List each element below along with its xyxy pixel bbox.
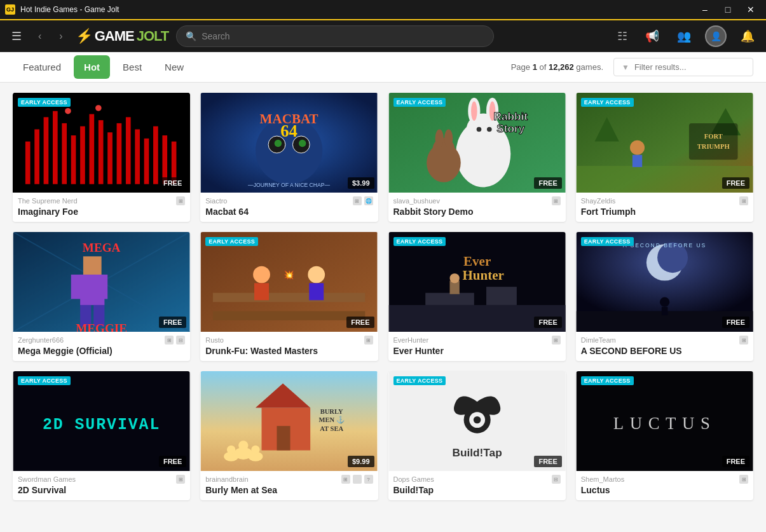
megaphone-icon-button[interactable]: 📢 bbox=[641, 25, 663, 47]
svg-rect-13 bbox=[117, 123, 122, 184]
game-info-rabbit: slava_bushuev ⊞ Rabbit Story Demo bbox=[388, 193, 566, 222]
forward-button[interactable]: › bbox=[54, 27, 67, 46]
game-card-drunk-fu[interactable]: 💥 Early Access FREE Rusto ⊞ Drunk-Fu: Wa… bbox=[200, 232, 378, 361]
game-card-ever-hunter[interactable]: Ever Hunter Early Access FREE EverHunter… bbox=[388, 232, 566, 361]
svg-rect-68 bbox=[213, 311, 365, 320]
game-title-2d-survival: 2D Survival bbox=[18, 485, 185, 495]
svg-text:MEGGIE: MEGGIE bbox=[76, 322, 127, 332]
game-card-second-before-us[interactable]: A SECOND BEFORE US Early Access FREE Dim… bbox=[576, 232, 753, 361]
grid-icon-button[interactable]: ☷ bbox=[613, 25, 631, 47]
svg-text:Build!Tap: Build!Tap bbox=[452, 446, 502, 459]
platform-icon: ⊞ bbox=[552, 336, 561, 344]
back-button[interactable]: ‹ bbox=[33, 27, 46, 46]
tab-hot[interactable]: Hot bbox=[74, 55, 110, 79]
apple-icon bbox=[353, 475, 362, 484]
svg-text:64: 64 bbox=[280, 121, 298, 140]
game-card-mega-meggie[interactable]: MEGA MEGGIE FREE Zerghunter666 ⊞ ⊟ Mega … bbox=[13, 232, 190, 361]
platform-icon: ⊞ bbox=[176, 196, 185, 205]
svg-rect-72 bbox=[309, 283, 324, 301]
game-card-fort-triumph[interactable]: FORT TRIUMPH Early Access FREE ShayZeldi… bbox=[576, 93, 753, 222]
game-card-imaginary-foe[interactable]: Early Access FREE The Supreme Nerd ⊞ Ima… bbox=[13, 93, 190, 222]
price-badge-2d-survival: FREE bbox=[159, 456, 186, 467]
game-title-mega-meggie: Mega Meggie (Official) bbox=[18, 346, 185, 356]
svg-rect-52 bbox=[633, 155, 642, 167]
filter-bar[interactable]: ▼ bbox=[613, 58, 753, 76]
maximize-button[interactable]: □ bbox=[718, 0, 738, 20]
early-access-badge: Early Access bbox=[205, 237, 258, 246]
author-icons: ⊞ bbox=[176, 196, 185, 205]
menu-button[interactable]: ☰ bbox=[8, 25, 25, 47]
game-author-luctus: Shem_Martos ⊞ bbox=[581, 475, 748, 484]
friends-icon-button[interactable]: 👥 bbox=[673, 25, 695, 47]
db-icon: ⊟ bbox=[552, 475, 561, 484]
platform-icon: ⊞ bbox=[552, 196, 561, 205]
early-access-badge: Early Access bbox=[393, 237, 446, 246]
tab-new[interactable]: New bbox=[154, 55, 194, 79]
search-bar[interactable]: 🔍 bbox=[176, 25, 494, 47]
author-icons: ⊞ bbox=[364, 336, 373, 344]
window-controls[interactable]: – □ ✕ bbox=[695, 0, 761, 20]
svg-point-69 bbox=[253, 266, 270, 283]
search-input[interactable] bbox=[202, 26, 484, 46]
game-thumb-buildtap: Build!Tap Early Access FREE bbox=[388, 371, 566, 471]
game-card-burly-men[interactable]: BURLY MEN ⚓ AT SEA $9.99 brainandbrain ⊞… bbox=[200, 371, 378, 500]
svg-rect-17 bbox=[153, 126, 158, 184]
svg-text:MEGA: MEGA bbox=[83, 241, 121, 254]
game-thumb-second-before-us: A SECOND BEFORE US Early Access FREE bbox=[576, 232, 753, 332]
game-card-luctus[interactable]: LUCTUS Early Access FREE Shem_Martos ⊞ L… bbox=[576, 371, 753, 500]
early-access-badge: Early Access bbox=[18, 98, 71, 107]
game-card-rabbit[interactable]: Rabbit Story Early Access FREE slava_bus… bbox=[388, 93, 566, 222]
game-author-drunk-fu: Rusto ⊞ bbox=[205, 336, 373, 344]
svg-point-37 bbox=[486, 127, 491, 132]
svg-point-41 bbox=[444, 129, 452, 147]
logo-jolt: JOLT bbox=[137, 28, 169, 44]
close-button[interactable]: ✕ bbox=[741, 0, 761, 20]
platform-icon: ⊞ bbox=[739, 336, 748, 344]
svg-text:AT SEA: AT SEA bbox=[320, 425, 344, 432]
svg-rect-3 bbox=[25, 142, 31, 184]
author-icons: ⊞ 🌐 bbox=[353, 196, 373, 205]
game-info-macbat: Siactro ⊞ 🌐 Macbat 64 bbox=[200, 193, 378, 222]
svg-point-86 bbox=[660, 297, 669, 307]
game-thumb-macbat: MACBAT 64 —JOURNEY OF A NICE CHAP— $3.99 bbox=[200, 93, 378, 193]
app-icon: GJ bbox=[5, 4, 15, 15]
svg-point-100 bbox=[251, 446, 259, 454]
early-access-badge: Early Access bbox=[581, 237, 634, 246]
tab-best[interactable]: Best bbox=[113, 55, 152, 79]
svg-point-51 bbox=[630, 140, 645, 155]
minimize-button[interactable]: – bbox=[695, 0, 715, 20]
early-access-badge: Early Access bbox=[393, 376, 446, 385]
filter-input[interactable] bbox=[634, 62, 745, 72]
platform-icon: ⊞ bbox=[176, 475, 185, 484]
game-card-2d-survival[interactable]: 2D SURVIVAL Early Access FREE Swordman G… bbox=[13, 371, 190, 500]
avatar-button[interactable]: 👤 bbox=[705, 25, 727, 47]
price-badge-burly-men: $9.99 bbox=[348, 456, 374, 467]
logo[interactable]: ⚡GAME JOLT bbox=[76, 28, 169, 44]
scroll-container[interactable]: Early Access FREE The Supreme Nerd ⊞ Ima… bbox=[0, 83, 766, 532]
notifications-icon-button[interactable]: 🔔 bbox=[737, 25, 758, 47]
platform-icon: ⊞ bbox=[739, 196, 748, 205]
svg-point-107 bbox=[473, 416, 480, 423]
svg-rect-67 bbox=[213, 293, 365, 302]
game-thumb-fort-triumph: FORT TRIUMPH Early Access FREE bbox=[576, 93, 753, 193]
svg-rect-15 bbox=[135, 129, 140, 184]
toolbar-right: ☷ 📢 👥 👤 🔔 bbox=[613, 25, 758, 47]
game-author-second-before-us: DimleTeam ⊞ bbox=[581, 336, 748, 344]
game-card-buildtap[interactable]: Build!Tap Early Access FREE Dops Games ⊟… bbox=[388, 371, 566, 500]
titlebar-title: Hot Indie Games - Game Jolt bbox=[20, 5, 119, 14]
svg-text:2D SURVIVAL: 2D SURVIVAL bbox=[43, 416, 160, 433]
svg-text:Story: Story bbox=[496, 122, 524, 135]
early-access-badge: Early Access bbox=[581, 376, 634, 385]
game-card-macbat[interactable]: MACBAT 64 —JOURNEY OF A NICE CHAP— $3.99… bbox=[200, 93, 378, 222]
platform-icon: ⊞ bbox=[165, 336, 174, 344]
svg-point-2 bbox=[95, 105, 102, 111]
titlebar-left: GJ Hot Indie Games - Game Jolt bbox=[5, 4, 119, 15]
tab-featured[interactable]: Featured bbox=[13, 55, 71, 79]
game-thumb-drunk-fu: 💥 Early Access FREE bbox=[200, 232, 378, 332]
early-access-badge: Early Access bbox=[18, 376, 71, 385]
game-info-buildtap: Dops Games ⊟ Build!Tap bbox=[388, 471, 566, 500]
platform-icon: ⊞ bbox=[364, 336, 373, 344]
svg-text:FORT: FORT bbox=[704, 133, 723, 140]
svg-point-25 bbox=[299, 140, 306, 147]
game-author-macbat: Siactro ⊞ 🌐 bbox=[205, 196, 373, 205]
